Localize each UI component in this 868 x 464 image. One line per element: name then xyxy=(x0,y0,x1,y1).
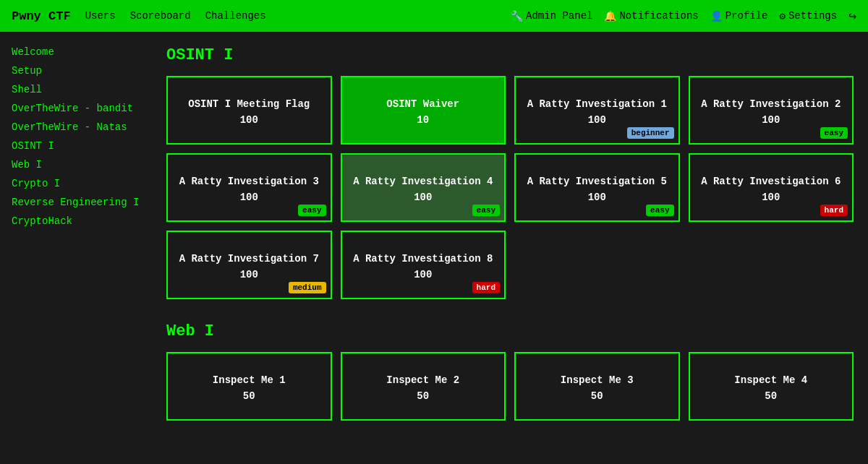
sidebar-item-setup[interactable]: Setup xyxy=(12,65,148,77)
challenge-inspect-me-3[interactable]: Inspect Me 3 50 xyxy=(514,352,680,421)
section-spacer xyxy=(166,308,854,322)
sidebar-item-crypto1[interactable]: Crypto I xyxy=(12,178,148,189)
sidebar-item-web1[interactable]: Web I xyxy=(12,159,148,171)
nav-brand[interactable]: Pwny CTF xyxy=(12,9,71,23)
nav-links: Users Scoreboard Challenges xyxy=(85,10,511,22)
challenge-osint-waiver[interactable]: OSINT Waiver 10 xyxy=(341,76,506,145)
nav-users[interactable]: Users xyxy=(85,10,116,22)
challenge-inspect-me-2[interactable]: Inspect Me 2 50 xyxy=(341,352,506,421)
wrench-icon: 🔧 xyxy=(511,10,523,22)
challenge-ratty-6[interactable]: A Ratty Investigation 6 100 hard xyxy=(689,153,854,222)
bell-icon: 🔔 xyxy=(604,10,616,22)
sidebar-item-cryptohack[interactable]: CryptoHack xyxy=(12,215,148,227)
layout: Welcome Setup Shell OverTheWire - bandit… xyxy=(0,32,868,444)
navbar: Pwny CTF Users Scoreboard Challenges 🔧 A… xyxy=(0,0,868,32)
sidebar-item-otw-natas[interactable]: OverTheWire - Natas xyxy=(12,121,148,133)
badge-easy-5: easy xyxy=(646,205,673,216)
sidebar-item-otw-bandit[interactable]: OverTheWire - bandit xyxy=(12,103,148,114)
challenge-ratty-2[interactable]: A Ratty Investigation 2 100 easy xyxy=(689,76,854,145)
badge-beginner: beginner xyxy=(627,127,674,139)
challenge-ratty-3[interactable]: A Ratty Investigation 3 100 easy xyxy=(166,153,332,222)
sidebar: Welcome Setup Shell OverTheWire - bandit… xyxy=(0,32,159,444)
challenge-ratty-7[interactable]: A Ratty Investigation 7 100 medium xyxy=(166,231,332,299)
challenge-ratty-1[interactable]: A Ratty Investigation 1 100 beginner xyxy=(514,76,680,145)
challenge-osint-meeting-flag[interactable]: OSINT I Meeting Flag 100 xyxy=(166,76,332,145)
challenge-grid-osint1-row1: OSINT I Meeting Flag 100 OSINT Waiver 10… xyxy=(166,76,854,145)
badge-easy-4: easy xyxy=(472,205,500,216)
challenge-grid-web1-row1: Inspect Me 1 50 Inspect Me 2 50 Inspect … xyxy=(166,352,854,421)
challenge-ratty-8[interactable]: A Ratty Investigation 8 100 hard xyxy=(341,231,506,299)
nav-admin-panel[interactable]: 🔧 Admin Panel xyxy=(511,10,592,22)
sidebar-item-re1[interactable]: Reverse Engineering I xyxy=(12,197,148,208)
challenge-inspect-me-4[interactable]: Inspect Me 4 50 xyxy=(689,352,854,421)
challenge-grid-osint1-row2: A Ratty Investigation 3 100 easy A Ratty… xyxy=(166,153,854,222)
badge-easy-3: easy xyxy=(298,205,326,216)
nav-logout[interactable]: ↪ xyxy=(848,8,856,24)
badge-medium-7: medium xyxy=(289,282,326,293)
section-title-web1: Web I xyxy=(166,322,854,340)
section-title-osint1: OSINT I xyxy=(166,46,854,64)
nav-settings[interactable]: ⚙️ Settings xyxy=(780,10,838,22)
nav-challenges[interactable]: Challenges xyxy=(205,10,266,22)
sidebar-item-osint1[interactable]: OSINT I xyxy=(12,140,148,152)
challenge-ratty-5[interactable]: A Ratty Investigation 5 100 easy xyxy=(514,153,680,222)
sidebar-item-welcome[interactable]: Welcome xyxy=(12,46,148,58)
nav-notifications[interactable]: 🔔 Notifications xyxy=(604,10,698,22)
nav-scoreboard[interactable]: Scoreboard xyxy=(130,10,191,22)
challenge-ratty-4[interactable]: A Ratty Investigation 4 100 easy xyxy=(341,153,506,222)
main-content: OSINT I OSINT I Meeting Flag 100 OSINT W… xyxy=(159,32,868,444)
challenge-inspect-me-1[interactable]: Inspect Me 1 50 xyxy=(166,352,332,421)
nav-profile[interactable]: 👤 Profile xyxy=(710,10,768,22)
user-icon: 👤 xyxy=(710,10,723,22)
badge-hard-8: hard xyxy=(472,282,500,293)
challenge-grid-osint1-row3: A Ratty Investigation 7 100 medium A Rat… xyxy=(166,231,854,299)
nav-right: 🔧 Admin Panel 🔔 Notifications 👤 Profile … xyxy=(511,8,856,24)
gear-icon: ⚙️ xyxy=(780,10,786,22)
badge-hard-6: hard xyxy=(820,205,848,216)
sidebar-item-shell[interactable]: Shell xyxy=(12,84,148,95)
badge-easy: easy xyxy=(820,127,848,139)
